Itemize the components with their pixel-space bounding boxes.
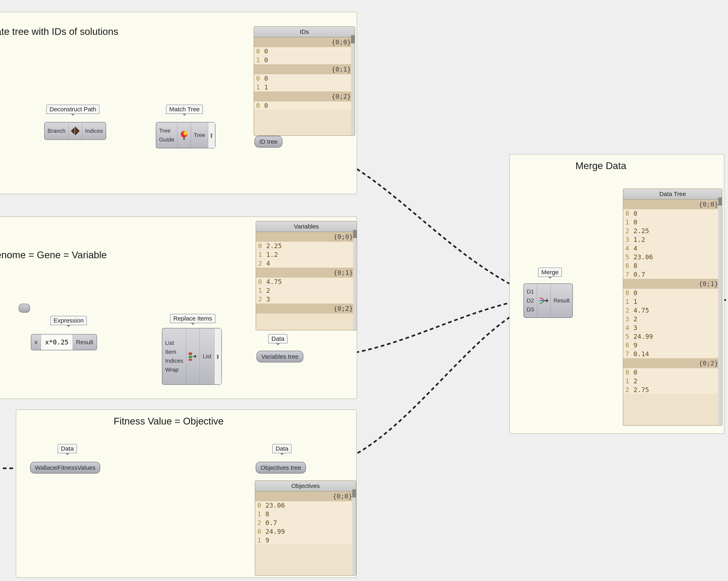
panel-row: 44 xyxy=(623,244,722,253)
panel-row: 00 xyxy=(623,209,722,218)
port-d3[interactable]: D3 xyxy=(524,305,537,314)
pill-objectives-tree[interactable]: Objectives tree xyxy=(256,462,306,474)
panel-row: 523.06 xyxy=(623,253,722,261)
port-branch[interactable]: Branch xyxy=(45,127,69,135)
panel-row: 31.2 xyxy=(623,236,722,244)
panel-path: {0;1} xyxy=(256,268,357,278)
panel-row: 24.75 xyxy=(623,306,722,315)
svg-rect-21 xyxy=(183,137,185,140)
port-list-out[interactable]: List xyxy=(200,352,214,361)
panel-row: 11.2 xyxy=(256,250,357,259)
panel-row: 43 xyxy=(623,324,722,332)
label-data-wallacei: Data xyxy=(58,444,77,453)
replace-icon xyxy=(188,351,198,361)
label-data-variables: Data xyxy=(268,334,287,343)
panel-row: 24 xyxy=(256,259,357,268)
panel-path: {0;0} xyxy=(256,232,357,242)
panel-row: 20.7 xyxy=(255,519,356,527)
port-indices2[interactable]: Indices xyxy=(162,356,186,365)
panel-row: 11 xyxy=(254,83,355,92)
port-merge-result[interactable]: Result xyxy=(551,296,572,305)
port-d1[interactable]: D1 xyxy=(524,287,537,296)
panel-row: 70.14 xyxy=(623,350,722,358)
component-merge[interactable]: D1 D2 D3 Result xyxy=(523,283,573,318)
panel-row: 00 xyxy=(254,47,355,56)
group-genome-title: enome = Gene = Variable xyxy=(0,249,107,260)
panel-objectives[interactable]: Objectives {0;0}023.061820.7024.9919 xyxy=(255,480,356,576)
panel-row: 023.06 xyxy=(255,501,356,510)
port-tree-in[interactable]: Tree xyxy=(156,126,177,135)
panel-row: 00 xyxy=(254,101,355,110)
panel-row: 32 xyxy=(623,315,722,324)
svg-rect-23 xyxy=(189,356,192,358)
panel-variables[interactable]: Variables {0;0}02.2511.224{0;1}04.751223… xyxy=(256,221,357,330)
panel-path: {0;2} xyxy=(256,304,357,313)
port-x[interactable]: x xyxy=(31,334,41,350)
label-merge: Merge xyxy=(538,268,562,277)
panel-row: 19 xyxy=(255,536,356,545)
panel-row: 12 xyxy=(623,377,722,386)
group-ids-title: ate tree with IDs of solutions xyxy=(0,26,118,37)
merge-icon xyxy=(539,296,549,306)
label-expression: Expression xyxy=(50,316,87,325)
panel-row: 524.99 xyxy=(623,332,722,341)
port-indices[interactable]: Indices xyxy=(82,127,106,135)
port-tree-out[interactable]: Tree xyxy=(191,131,208,140)
group-fitness-title: Fitness Value = Objective xyxy=(113,416,224,427)
component-match-tree[interactable]: Tree Guide Tree ⫿ xyxy=(156,122,215,148)
label-replace-items: Replace Items xyxy=(170,314,215,323)
panel-path: {0;1} xyxy=(254,64,355,74)
component-deconstruct-path[interactable]: Branch Indices xyxy=(44,122,106,140)
pill-variables-tree[interactable]: Variables tree xyxy=(257,351,303,362)
pill-id-tree[interactable]: ID tree xyxy=(255,136,282,147)
panel-row: 23 xyxy=(256,295,357,304)
panel-path: {0;2} xyxy=(254,92,355,101)
label-deconstruct-path: Deconstruct Path xyxy=(46,105,99,114)
pill-wallacei[interactable]: WallaceiFitnessValues xyxy=(30,462,100,474)
port-result-expr[interactable]: Result xyxy=(73,334,97,350)
component-expression[interactable]: x x*0.25 Result xyxy=(31,334,97,350)
panel-datatree[interactable]: Data Tree {0;0}001022.2531.244523.066870… xyxy=(623,189,722,426)
blob-input[interactable] xyxy=(19,304,30,312)
matchtree-icon xyxy=(179,130,189,140)
svg-rect-24 xyxy=(189,359,192,361)
port-item[interactable]: Item xyxy=(162,348,186,356)
panel-row: 10 xyxy=(254,56,355,64)
panel-row: 70.7 xyxy=(623,270,722,279)
panel-row: 04.75 xyxy=(256,278,357,286)
panel-row: 02.25 xyxy=(256,242,357,250)
panel-row: 00 xyxy=(623,289,722,297)
component-replace-items[interactable]: List Item Indices Wrap List ⫿ xyxy=(162,328,222,385)
panel-datatree-header: Data Tree xyxy=(623,189,722,199)
panel-variables-header: Variables xyxy=(256,221,357,232)
svg-point-20 xyxy=(183,131,187,135)
label-match-tree: Match Tree xyxy=(166,105,203,114)
panel-path: {0;0} xyxy=(254,37,355,47)
panel-row: 22.25 xyxy=(623,227,722,236)
panel-row: 68 xyxy=(623,261,722,270)
expression-formula[interactable]: x*0.25 xyxy=(41,334,73,350)
panel-ids[interactable]: IDs {0;0}0010{0;1}0011{0;2}00 xyxy=(254,26,355,136)
port-wrap[interactable]: Wrap xyxy=(162,365,186,374)
label-data-objectives: Data xyxy=(272,444,291,453)
panel-row: 18 xyxy=(255,510,356,519)
port-d2[interactable]: D2 xyxy=(524,296,537,305)
svg-rect-22 xyxy=(189,353,192,355)
panel-row: 024.99 xyxy=(255,527,356,536)
port-list-in[interactable]: List xyxy=(162,338,186,348)
panel-ids-header: IDs xyxy=(254,27,355,37)
panel-row: 00 xyxy=(254,74,355,83)
replace-grip[interactable]: ⫿ xyxy=(214,328,222,384)
panel-path: {0;0} xyxy=(623,199,722,209)
panel-row: 12 xyxy=(256,286,357,295)
panel-path: {0;1} xyxy=(623,279,722,289)
matchtree-grip[interactable]: ⫿ xyxy=(208,122,215,148)
panel-row: 00 xyxy=(623,368,722,377)
port-guide[interactable]: Guide xyxy=(156,135,177,144)
panel-row: 22.75 xyxy=(623,386,722,394)
panel-path: {0;2} xyxy=(623,358,722,368)
group-merge-title: Merge Data xyxy=(575,160,626,171)
panel-objectives-header: Objectives xyxy=(255,481,356,491)
panel-row: 11 xyxy=(623,297,722,306)
panel-path: {0;0} xyxy=(255,491,356,501)
